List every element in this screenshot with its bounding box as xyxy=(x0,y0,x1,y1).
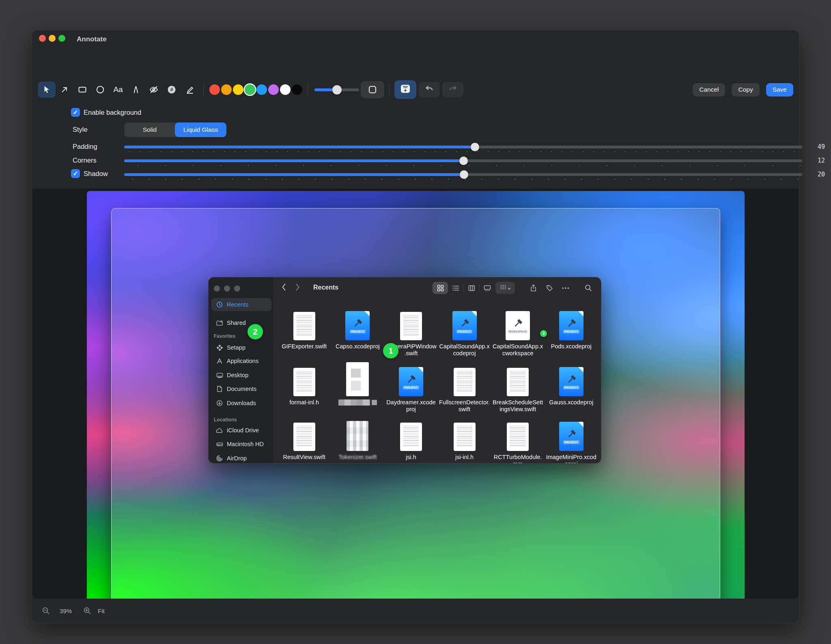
annotation-badge-3[interactable]: 3 xyxy=(540,330,547,337)
share-button[interactable] xyxy=(525,282,541,294)
redact-tool-button[interactable] xyxy=(145,82,163,98)
undo-button[interactable] xyxy=(419,82,440,97)
slider-knob[interactable] xyxy=(332,85,342,94)
ellipse-tool-button[interactable] xyxy=(91,82,109,98)
preview-canvas[interactable]: Recents Shared Favorites Setapp xyxy=(32,189,799,599)
rectangle-tool-button[interactable] xyxy=(73,82,91,98)
sidebar-item-desktop[interactable]: Desktop xyxy=(211,369,271,382)
sidebar-item-airdrop[interactable]: AirDrop xyxy=(211,452,271,464)
finder-zoom-button[interactable] xyxy=(234,286,240,292)
sidebar-item-label: Desktop xyxy=(227,372,248,378)
search-icon[interactable] xyxy=(580,282,596,294)
xcode-workspace-icon: WORKSPACE xyxy=(506,311,530,340)
cancel-button[interactable]: Cancel xyxy=(693,83,725,97)
corners-slider-knob[interactable] xyxy=(459,157,468,165)
sidebar-item-recents[interactable]: Recents xyxy=(211,298,271,311)
project-badge: PROJECT xyxy=(563,440,579,444)
redo-button[interactable] xyxy=(442,82,463,97)
gallery-view-button[interactable] xyxy=(480,282,495,294)
shadow-checkbox[interactable]: ✓ xyxy=(71,169,80,178)
redo-icon xyxy=(448,84,457,95)
fit-button[interactable]: Fit xyxy=(98,608,105,614)
copy-button[interactable]: Copy xyxy=(732,83,759,97)
more-options-button[interactable] xyxy=(558,282,574,294)
shadow-slider-knob[interactable] xyxy=(460,170,468,179)
sidebar-item-shared[interactable]: Shared xyxy=(211,316,271,329)
padding-slider[interactable] xyxy=(124,146,802,148)
close-button[interactable] xyxy=(39,35,46,42)
file-item[interactable]: BreakScheduleSettingsView.swift xyxy=(491,367,545,413)
file-item[interactable]: PROJECT ImageMiniPro.xcodeproj xyxy=(545,422,598,464)
select-tool-button[interactable] xyxy=(38,82,56,98)
counter-tool-button[interactable]: # xyxy=(163,82,181,98)
icon-view-button[interactable] xyxy=(433,282,448,294)
color-swatch-blue[interactable] xyxy=(256,84,267,95)
enable-background-label: Enable background xyxy=(84,109,141,116)
style-option-solid[interactable]: Solid xyxy=(124,122,175,137)
tag-button[interactable] xyxy=(541,282,558,294)
background-toggle-button[interactable] xyxy=(394,80,416,99)
annotation-badge-2[interactable]: 2 xyxy=(248,324,263,339)
marker-tool-button[interactable] xyxy=(127,82,145,98)
corners-slider[interactable] xyxy=(124,159,802,162)
finder-close-button[interactable] xyxy=(214,286,220,292)
text-tool-button[interactable]: Aa xyxy=(109,82,127,98)
sidebar-item-downloads[interactable]: Downloads xyxy=(211,397,271,410)
color-swatch-black[interactable] xyxy=(292,84,302,95)
file-item[interactable]: ResultView.swift xyxy=(278,422,331,464)
file-item-redacted[interactable]: Tokenizer.swift xyxy=(331,422,385,464)
color-swatch-yellow[interactable] xyxy=(233,84,243,95)
color-swatch-purple[interactable] xyxy=(268,84,279,95)
zoom-out-icon[interactable] xyxy=(42,607,50,615)
corners-slider-ticks xyxy=(124,164,802,167)
zoom-in-icon[interactable] xyxy=(83,607,91,615)
file-item[interactable]: jsi.h xyxy=(384,422,438,464)
minimize-button[interactable] xyxy=(49,35,56,42)
stroke-style-button[interactable] xyxy=(361,81,384,98)
toolbar-divider xyxy=(308,84,308,96)
file-item[interactable]: PROJECT CapitalSoundApp.xcodeproj xyxy=(438,311,491,357)
color-swatch-green[interactable] xyxy=(245,84,255,95)
cursor-icon xyxy=(42,85,51,94)
file-item[interactable]: RCTTurboModule.mm xyxy=(491,422,545,464)
sidebar-item-macintosh-hd[interactable]: Macintosh HD xyxy=(211,438,271,451)
annotation-badge-1[interactable]: 1 xyxy=(383,343,398,358)
padding-slider-fill xyxy=(124,146,475,148)
enable-background-checkbox[interactable]: ✓ xyxy=(71,108,80,117)
file-item[interactable]: jsi-inl.h xyxy=(438,422,491,464)
view-switcher xyxy=(433,282,495,294)
file-item-redacted[interactable] xyxy=(331,367,385,413)
finder-minimize-button[interactable] xyxy=(224,286,230,292)
file-item[interactable]: PROJECT Gauss.xcodeproj xyxy=(545,367,598,413)
file-item[interactable]: PROJECT Capso.xcodeproj xyxy=(331,311,385,357)
color-swatch-red[interactable] xyxy=(209,84,220,95)
padding-slider-knob[interactable] xyxy=(471,143,479,151)
forward-button[interactable] xyxy=(295,283,300,293)
file-item[interactable]: PROJECT Daydreamer.xcodeproj xyxy=(384,367,438,413)
sidebar-item-icloud-drive[interactable]: iCloud Drive xyxy=(211,424,271,437)
list-view-button[interactable] xyxy=(448,282,463,294)
sidebar-item-label: Applications xyxy=(227,358,258,364)
column-view-button[interactable] xyxy=(464,282,479,294)
file-item[interactable]: WORKSPACE CapitalSoundApp.xcworkspace xyxy=(491,311,545,357)
sidebar-item-setapp[interactable]: Setapp xyxy=(211,341,271,354)
arrow-tool-button[interactable] xyxy=(56,82,73,98)
file-name: GIFExporter.swift xyxy=(279,343,330,350)
shadow-slider[interactable] xyxy=(124,173,802,176)
file-item[interactable]: FullscreenDetector.swift xyxy=(438,367,491,413)
color-swatch-white[interactable] xyxy=(280,84,291,95)
style-option-liquid-glass[interactable]: Liquid Glass xyxy=(175,122,226,137)
project-badge: PROJECT xyxy=(563,386,579,389)
sidebar-item-documents[interactable]: Documents xyxy=(211,382,271,395)
group-by-button[interactable] xyxy=(495,282,515,294)
save-button[interactable]: Save xyxy=(766,83,793,97)
draw-tool-button[interactable] xyxy=(181,82,198,98)
file-item[interactable]: PROJECT Pods.xcodeproj xyxy=(545,311,598,357)
back-button[interactable] xyxy=(282,283,286,293)
sidebar-item-applications[interactable]: Applications xyxy=(211,354,271,367)
file-item[interactable]: GIFExporter.swift xyxy=(278,311,331,357)
zoom-button[interactable] xyxy=(58,35,65,42)
file-item[interactable]: format-inl.h xyxy=(278,367,331,413)
color-swatch-orange[interactable] xyxy=(221,84,232,95)
stroke-width-slider[interactable] xyxy=(314,82,359,98)
